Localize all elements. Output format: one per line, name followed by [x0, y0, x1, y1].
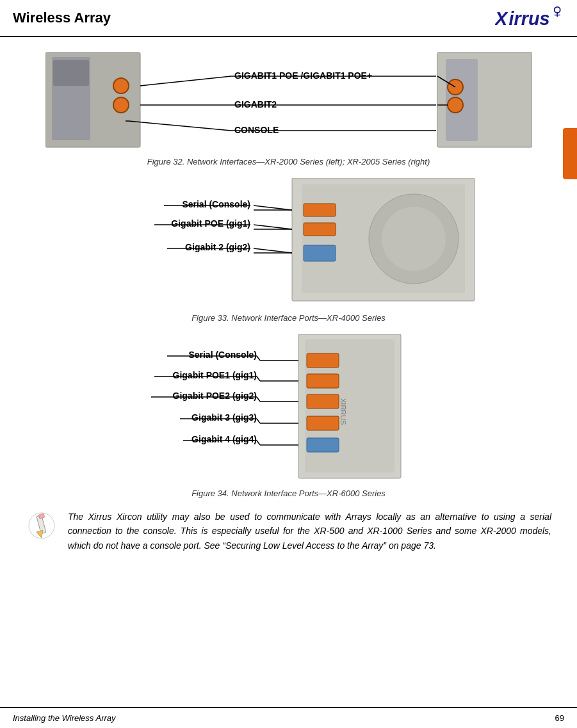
svg-rect-7	[53, 60, 89, 86]
svg-point-9	[113, 97, 129, 113]
svg-line-73	[257, 441, 260, 445]
svg-rect-51	[307, 416, 339, 430]
figure-32-diagram: GIGABIT1 POE /GIGABIT1 POE+ GIGABIT2 CON…	[45, 47, 532, 153]
figure-32-container: GIGABIT1 POE /GIGABIT1 POE+ GIGABIT2 CON…	[19, 47, 558, 166]
figure-33-container: Serial (Console) Gigabit POE (gig1) Giga…	[19, 178, 558, 323]
svg-rect-32	[304, 245, 336, 261]
svg-rect-30	[304, 204, 336, 216]
svg-line-61	[257, 356, 260, 360]
svg-rect-48	[307, 353, 339, 368]
svg-text:Gigabit 3 (gig3): Gigabit 3 (gig3)	[191, 412, 257, 423]
svg-line-44	[254, 225, 292, 229]
svg-text:Gigabit 4 (gig4): Gigabit 4 (gig4)	[191, 434, 257, 444]
note-text: The Xirrus Xircon utility may also be us…	[68, 510, 551, 553]
svg-text:X: X	[495, 8, 508, 29]
svg-rect-77	[38, 514, 44, 519]
figure-33-diagram: Serial (Console) Gigabit POE (gig1) Giga…	[55, 178, 523, 309]
figure-32-caption: Figure 32. Network Interfaces—XR-2000 Se…	[147, 157, 430, 166]
page-footer: Installing the Wireless Array 69	[0, 707, 577, 728]
svg-line-12	[129, 121, 231, 131]
note-section: The Xirrus Xircon utility may also be us…	[19, 510, 558, 553]
svg-text:Gigabit 2 (gig2): Gigabit 2 (gig2)	[185, 242, 250, 252]
svg-line-45	[254, 248, 292, 253]
svg-rect-50	[307, 394, 339, 408]
svg-line-64	[257, 376, 260, 381]
svg-text:Gigabit POE1 (gig1): Gigabit POE1 (gig1)	[172, 370, 256, 380]
page-title: Wireless Array	[13, 10, 111, 26]
page-content: GIGABIT1 POE /GIGABIT1 POE+ GIGABIT2 CON…	[0, 37, 577, 576]
footer-page: 69	[555, 713, 564, 723]
svg-text:XIRRUS: XIRRUS	[339, 398, 347, 425]
svg-text:GIGABIT1 POE /GIGABIT1 POE+: GIGABIT1 POE /GIGABIT1 POE+	[234, 70, 372, 81]
svg-line-43	[254, 206, 292, 210]
svg-text:Serial (Console): Serial (Console)	[188, 350, 257, 360]
svg-text:Gigabit POE (gig1): Gigabit POE (gig1)	[171, 218, 250, 229]
page-header: Wireless Array X irrus	[0, 0, 577, 37]
figure-34-container: XIRRUS Serial (Console) Gigabit POE1 (gi…	[19, 334, 558, 498]
svg-point-29	[382, 207, 446, 271]
footer-left: Installing the Wireless Array	[13, 713, 116, 723]
figure-34-diagram: XIRRUS Serial (Console) Gigabit POE1 (gi…	[55, 334, 523, 485]
orange-tab	[563, 128, 577, 179]
xirrus-logo: X irrus	[495, 6, 564, 29]
svg-text:Serial (Console): Serial (Console)	[182, 199, 250, 209]
svg-point-23	[448, 97, 463, 113]
svg-rect-52	[307, 438, 339, 452]
svg-text:GIGABIT2: GIGABIT2	[234, 99, 277, 109]
svg-point-2	[555, 7, 560, 13]
svg-line-10	[140, 76, 231, 86]
svg-text:CONSOLE: CONSOLE	[234, 125, 279, 135]
svg-text:irrus: irrus	[509, 8, 550, 29]
svg-rect-49	[307, 374, 339, 388]
figure-34-caption: Figure 34. Network Interface Ports—XR-60…	[191, 489, 386, 498]
svg-line-70	[257, 419, 260, 423]
svg-line-67	[257, 397, 260, 401]
note-icon	[26, 510, 58, 542]
svg-rect-31	[304, 223, 336, 236]
figure-33-caption: Figure 33. Network Interface Ports—XR-40…	[191, 313, 386, 323]
svg-point-8	[113, 78, 129, 93]
svg-text:Gigabit POE2 (gig2): Gigabit POE2 (gig2)	[172, 391, 256, 401]
